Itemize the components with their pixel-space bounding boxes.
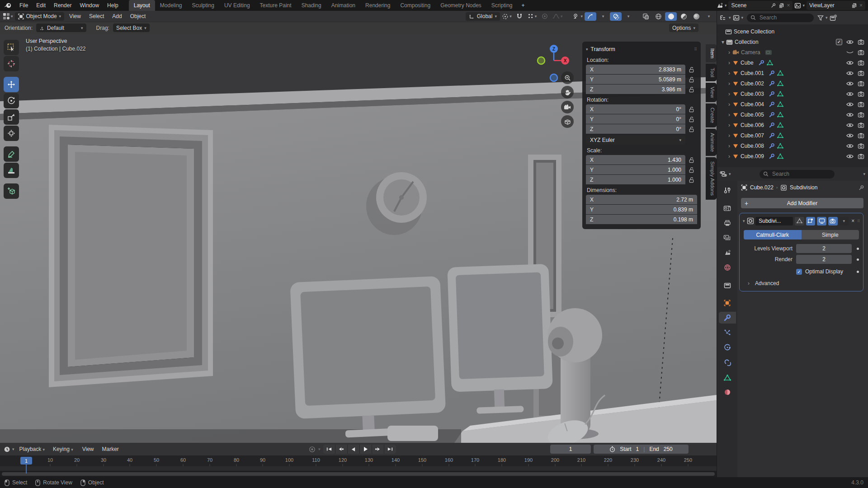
eye-closed-icon[interactable]	[846, 50, 854, 55]
outliner-row-scene-collection[interactable]: Scene Collection	[720, 26, 868, 37]
cursor-tool[interactable]	[4, 56, 19, 71]
pin-icon[interactable]	[771, 3, 776, 8]
play-reverse-button[interactable]	[348, 445, 359, 454]
workspace-tab[interactable]: Geometry Nodes	[435, 0, 486, 11]
modifier-render-toggle[interactable]	[828, 217, 838, 225]
zoom-view-button[interactable]	[561, 71, 574, 84]
orientation-dropdown[interactable]: Global ▾	[466, 12, 500, 21]
shading-wireframe-button[interactable]	[652, 12, 664, 21]
tab-tool[interactable]	[719, 184, 736, 196]
add-workspace-button[interactable]: +	[518, 0, 529, 11]
outliner-row-collection[interactable]: ▾ Collection ✓	[720, 37, 868, 47]
lock-icon[interactable]	[685, 66, 697, 73]
rotate-tool[interactable]	[4, 93, 19, 108]
outliner-editor-type-icon[interactable]	[720, 14, 727, 21]
topbar-menu-item[interactable]: Help	[103, 0, 123, 11]
simple-button[interactable]: Simple	[802, 230, 859, 239]
npanel-tab-create[interactable]: Create	[706, 103, 717, 127]
properties-search-input[interactable]	[771, 170, 823, 178]
cube-expand-icon[interactable]: ›	[726, 132, 732, 139]
camera-visibility-icon[interactable]	[858, 143, 864, 149]
outliner-display-chevron[interactable]: ▾	[741, 15, 744, 20]
scale-field[interactable]: Y1.000	[586, 165, 685, 174]
cube-expand-icon[interactable]: ›	[726, 143, 732, 149]
tab-view-layer[interactable]	[719, 232, 736, 244]
eye-icon[interactable]	[846, 133, 854, 138]
timeline-menu-item[interactable]: Marker	[98, 444, 123, 455]
workspace-tab[interactable]: Rendering	[360, 0, 395, 11]
topbar-menu-item[interactable]: File	[15, 0, 32, 11]
workspace-tab[interactable]: Compositing	[395, 0, 435, 11]
topbar-menu-item[interactable]: Render	[50, 0, 75, 11]
breadcrumb-object[interactable]: Cube.022	[750, 184, 774, 191]
dimension-field[interactable]: X2.72 m	[586, 195, 697, 204]
orthographic-toggle-button[interactable]	[561, 115, 574, 128]
viewport-3d[interactable]: ▾ Object Mode ▾ ViewSelectAddObject Glob…	[0, 11, 717, 443]
camera-visibility-icon[interactable]	[858, 153, 864, 159]
new-viewlayer-icon[interactable]	[851, 3, 857, 9]
npanel-tab-animate[interactable]: Animate	[706, 129, 717, 156]
modifier-realtime-toggle[interactable]	[817, 217, 826, 225]
transform-tool[interactable]	[4, 126, 19, 141]
proportional-editing-button[interactable]	[539, 12, 551, 21]
camera-visibility-icon[interactable]	[858, 49, 864, 55]
outliner-display-mode-icon[interactable]	[733, 15, 740, 21]
filter-icon[interactable]	[817, 15, 824, 21]
pivot-point-button[interactable]: ▾	[501, 12, 513, 21]
outliner-row-cube[interactable]: › Cube.008	[720, 141, 868, 151]
cube-expand-icon[interactable]: ›	[726, 112, 732, 118]
eye-icon[interactable]	[846, 91, 854, 97]
snap-target-button[interactable]: ▾	[526, 12, 538, 21]
outliner-row-cube[interactable]: › Cube.006	[720, 120, 868, 130]
timeline-menu-dropdown[interactable]: Playback ▾	[15, 444, 49, 455]
properties-search[interactable]	[760, 170, 835, 178]
dimension-field[interactable]: Z0.198 m	[586, 215, 697, 224]
animate-dot[interactable]	[857, 258, 859, 261]
jump-to-start-button[interactable]	[323, 445, 335, 454]
outliner-row-cube[interactable]: › Cube.001	[720, 68, 868, 78]
scene-name-box[interactable]: Scene ×	[728, 1, 793, 10]
tab-particles[interactable]	[719, 327, 736, 338]
rotation-field[interactable]: X0°	[586, 104, 685, 114]
scale-field[interactable]: X1.430	[586, 155, 685, 164]
scale-tool[interactable]	[4, 109, 19, 125]
proportional-falloff-button[interactable]: ▾	[552, 12, 564, 21]
camera-visibility-icon[interactable]	[858, 60, 864, 66]
outliner-search[interactable]	[747, 14, 814, 22]
viewport-menu-item[interactable]: Object	[126, 11, 150, 22]
tab-physics[interactable]	[719, 342, 736, 353]
annotate-tool[interactable]	[4, 146, 19, 162]
dimension-field[interactable]: Y0.839 m	[586, 205, 697, 214]
timeline-menu-dropdown[interactable]: Keying ▾	[49, 444, 77, 455]
orientation-setting-dropdown[interactable]: Default ▾	[36, 23, 86, 32]
camera-view-button[interactable]	[561, 101, 574, 113]
panel-drag-dots[interactable]: ⠿	[694, 47, 697, 52]
properties-options-chevron[interactable]: ▾	[863, 172, 865, 176]
jump-to-end-button[interactable]	[384, 445, 396, 454]
pin-id-icon[interactable]	[859, 185, 864, 191]
outliner-type-chevron[interactable]: ▾	[729, 15, 731, 20]
animate-dot[interactable]	[857, 248, 859, 250]
camera-expand-icon[interactable]: ›	[726, 49, 732, 56]
location-field[interactable]: X2.8383 m	[586, 65, 685, 74]
select-box-tool[interactable]	[4, 40, 19, 55]
frame-range-field[interactable]: Start 1 | End 250	[594, 445, 689, 454]
eye-icon[interactable]	[846, 112, 854, 117]
modifier-editmode-toggle[interactable]	[806, 217, 816, 225]
optimal-display-checkbox[interactable]: ✓	[796, 269, 802, 275]
blender-logo-icon[interactable]	[0, 2, 15, 9]
timeline-ruler[interactable]: 10 20 30 40 50 60 70 80	[0, 455, 717, 466]
timeline-editor-type-icon[interactable]	[4, 446, 10, 453]
tab-object[interactable]	[719, 297, 736, 309]
add-cube-tool[interactable]	[4, 183, 19, 199]
breadcrumb-modifier[interactable]: Subdivision	[790, 184, 817, 191]
tab-render[interactable]	[719, 202, 736, 214]
overlays-toggle[interactable]	[610, 12, 622, 21]
npanel-tab-tool[interactable]: Tool	[706, 64, 717, 81]
play-button[interactable]	[360, 445, 372, 454]
modifier-delete-button[interactable]: ×	[850, 218, 855, 224]
lock-icon[interactable]	[685, 76, 697, 83]
advanced-section-toggle[interactable]: › Advanced	[745, 280, 859, 286]
camera-visibility-icon[interactable]	[858, 122, 864, 128]
transform-collapse-icon[interactable]: ▾	[586, 47, 588, 52]
